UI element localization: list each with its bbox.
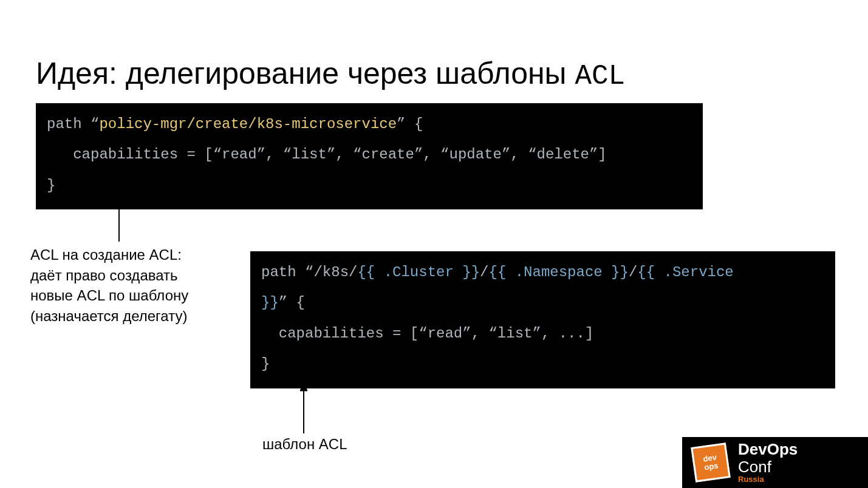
svg-marker-1 (115, 194, 123, 203)
logo-line1: DevOps (738, 441, 798, 458)
code1-path: policy-mgr/create/k8s-microservice (99, 116, 397, 132)
code2-brace: { (287, 294, 305, 311)
code2-p3: / (629, 264, 637, 280)
code2-p2: / (480, 264, 488, 280)
code2-l2: capabilities = [“read”, “list”, ...] (261, 325, 593, 342)
code1-brace: { (406, 116, 423, 132)
code2-t2: {{ .Namespace }} (488, 264, 628, 280)
arrow-left-icon (113, 194, 125, 242)
annotation-acl-create: ACL на создание ACL: даёт право создават… (30, 245, 225, 326)
code2-p1: /k8s/ (313, 264, 357, 280)
code1-q2: ” (397, 116, 405, 132)
devops-badge-icon: dev ops (691, 442, 731, 483)
slide: Идея: делегирование через шаблоны ACL pa… (0, 0, 868, 488)
badge-l2: ops (704, 461, 719, 472)
annotation-left-l1: ACL на создание ACL: (30, 245, 225, 265)
code2-q1: “ (305, 264, 313, 280)
logo-line3: Russia (738, 475, 798, 484)
code1-l2: capabilities = [“read”, “list”, “create”… (47, 146, 607, 163)
code1-q1: “ (91, 116, 99, 132)
code-block-acl-template: path “/k8s/{{ .Cluster }}/{{ .Namespace … (250, 251, 835, 388)
code1-l3: } (47, 177, 55, 194)
title-mono: ACL (575, 61, 625, 92)
annotation-template: шаблон ACL (262, 436, 347, 453)
code-block-acl-create: path “policy-mgr/create/k8s-microservice… (36, 103, 703, 209)
code2-t1: {{ .Cluster }} (357, 264, 480, 280)
annotation-left-l2: даёт право создавать (30, 265, 225, 286)
annotation-left-l3: новые ACL по шаблону (30, 285, 225, 306)
logo-text: DevOps Conf Russia (738, 441, 798, 484)
code2-kw: path (261, 264, 305, 280)
code1-kw: path (47, 116, 91, 132)
code2-q2: ” (279, 294, 287, 311)
logo-line2: Conf (738, 458, 798, 476)
slide-title: Идея: делегирование через шаблоны ACL (36, 56, 625, 92)
arrow-bottom-icon (298, 382, 310, 433)
annotation-left-l4: (назначается делегату) (30, 306, 225, 327)
footer-logo: dev ops DevOps Conf Russia (682, 437, 868, 488)
code2-l3: } (261, 356, 270, 372)
title-text: Идея: делегирование через шаблоны (36, 56, 575, 90)
svg-marker-3 (300, 382, 307, 391)
